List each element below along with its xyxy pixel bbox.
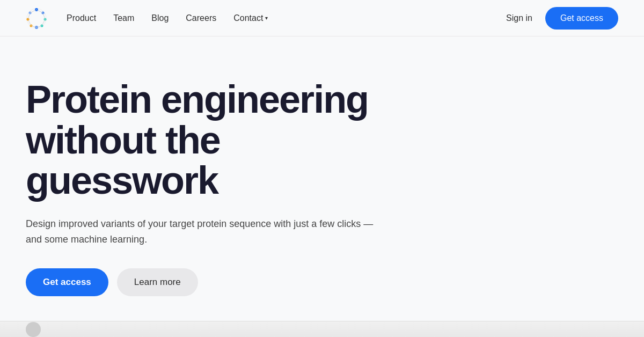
get-access-hero-button[interactable]: Get access	[26, 268, 108, 296]
nav-link-team[interactable]: Team	[113, 13, 134, 23]
peek-avatar	[26, 322, 41, 337]
main-content: Protein engineering without the guesswor…	[0, 36, 644, 337]
nav-item-product[interactable]: Product	[67, 13, 96, 23]
nav-item-blog[interactable]: Blog	[151, 13, 169, 23]
nav-item-contact[interactable]: Contact ▾	[233, 13, 268, 23]
sign-in-button[interactable]: Sign in	[506, 13, 532, 23]
svg-point-0	[27, 9, 46, 28]
chevron-down-icon: ▾	[265, 15, 268, 21]
get-access-nav-button[interactable]: Get access	[545, 7, 618, 30]
nav-link-contact[interactable]: Contact ▾	[233, 13, 268, 23]
svg-line-15	[28, 13, 30, 19]
nav-link-blog[interactable]: Blog	[151, 13, 169, 23]
hero-subtitle: Design improved variants of your target …	[26, 216, 391, 247]
svg-line-10	[43, 13, 45, 19]
nav-item-team[interactable]: Team	[113, 13, 134, 23]
logo[interactable]	[26, 8, 47, 29]
hero-title: Protein engineering without the guesswor…	[26, 79, 401, 201]
learn-more-button[interactable]: Learn more	[117, 268, 198, 296]
nav-link-careers[interactable]: Careers	[186, 13, 216, 23]
nav-link-product[interactable]: Product	[67, 13, 96, 23]
nav-item-careers[interactable]: Careers	[186, 13, 216, 23]
bottom-peek	[0, 321, 644, 337]
nav-links: Product Team Blog Careers Contact ▾	[67, 13, 268, 23]
navbar-right: Sign in Get access	[506, 7, 618, 30]
cta-buttons: Get access Learn more	[26, 268, 618, 296]
navbar-left: Product Team Blog Careers Contact ▾	[26, 8, 268, 29]
navbar: Product Team Blog Careers Contact ▾ Sign…	[0, 0, 644, 36]
